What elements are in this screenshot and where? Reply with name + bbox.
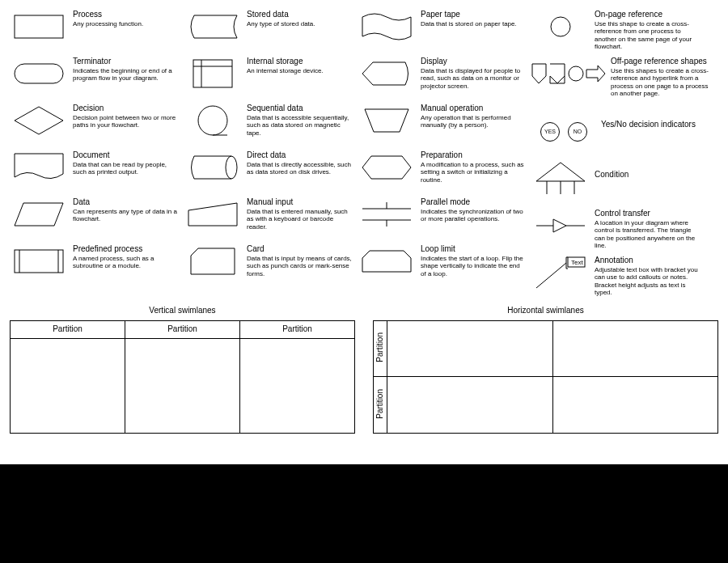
shape-manualin: Manual inputData that is entered manuall… [184,196,358,243]
onpage-icon [531,8,590,45]
shape-predefined: Predefined processA named process, such … [10,243,184,290]
shape-desc: Any type of stored data. [247,20,352,28]
shape-title: Data [73,197,184,207]
shape-title: Internal storage [247,57,358,66]
shape-title: Decision [73,104,184,113]
partition-header: Partition [240,320,355,338]
shape-onpage: On-page referenceUse this shape to creat… [531,8,717,55]
shape-desc: Data that is input by means of cards, su… [247,255,352,278]
annotation-icon: Text [531,254,590,291]
shape-process: ProcessAny processing function. [10,8,184,55]
shape-transfer: Control transferA location in your diagr… [531,207,717,254]
swimlane-title: Vertical swimlanes [10,306,355,315]
shape-direct: Direct dataData that is directly accessi… [184,149,358,196]
shape-desc: Indicates the start of a loop. Flip the … [421,255,526,278]
partition-cell [387,320,552,377]
document-icon [10,149,68,186]
shape-offpage: Off-page reference shapesUse this shapes… [531,55,717,113]
svg-marker-15 [365,109,408,132]
shape-title: Parallel mode [421,197,531,207]
shape-title: On-page reference [595,10,717,19]
shape-loop: Loop limitIndicates the start of a loop.… [358,243,531,290]
terminator-icon [10,55,68,92]
shape-annotation: Text AnnotationAdjustable text box with … [531,254,717,301]
shape-parallel: Parallel modeIndicates the synchronizati… [358,196,531,243]
shape-desc: Indicates the beginning or end of a prog… [73,67,178,83]
svg-marker-14 [191,248,235,274]
vertical-swimlanes: Vertical swimlanes Partition Partition P… [10,306,355,434]
shape-desc: Can represents any type of data in a flo… [73,208,178,223]
sequential-icon [184,102,242,139]
display-icon [358,55,416,92]
shape-desc: Any processing function. [73,20,178,28]
shape-manualop: Manual operationAny operation that is pe… [358,102,531,149]
svg-line-33 [536,263,566,288]
shape-desc: Data that is accessible sequentially, su… [247,114,352,138]
shape-title: Terminator [73,57,184,66]
shape-sequential: Sequential dataData that is accessible s… [184,102,358,149]
shape-desc: An internal storage device. [247,67,352,75]
shape-display: DisplayData that is displayed for people… [358,55,531,102]
card-icon [184,243,242,280]
stored-icon [184,8,242,45]
shape-desc: Any operation that is performed manually… [421,114,526,129]
svg-marker-2 [15,107,63,134]
column-4: On-page referenceUse this shape to creat… [531,8,717,301]
svg-point-10 [198,106,227,135]
svg-marker-26 [536,163,585,181]
shape-desc: Use this shape to create a cross-referen… [595,20,700,51]
shape-document: DocumentData that can be read by people,… [10,149,184,196]
svg-rect-7 [193,60,232,87]
condition-icon [531,160,590,197]
svg-marker-31 [553,219,566,232]
shape-title: Card [247,244,358,254]
horizontal-swimlanes: Horizontal swimlanes Partition Partition [373,306,718,434]
shape-decision: DecisionDecision point between two or mo… [10,102,184,149]
shape-desc: Data that can be read by people, such as… [73,161,178,176]
svg-marker-25 [586,66,605,82]
vertical-swimlane-table: Partition Partition Partition [10,320,355,434]
internal-icon [184,55,242,92]
shape-desc: Decision point between two or more paths… [73,114,178,129]
partition-cell [240,338,355,433]
transfer-icon [531,207,590,244]
shape-desc: Indicates the synchronization of two or … [421,208,526,223]
shape-title: Condition [595,162,717,180]
shape-title: Annotation [595,256,717,265]
shape-desc: Data that is displayed for people to rea… [421,67,526,91]
svg-marker-3 [15,203,63,226]
shape-title: Direct data [247,150,358,160]
shape-desc: Data that is entered manually, such as w… [247,208,352,231]
svg-marker-21 [362,251,411,272]
column-2: Stored dataAny type of stored data. Inte… [184,8,358,301]
shape-prep: PreparationA modification to a process, … [358,149,531,196]
data-icon [10,196,68,233]
shape-desc: Adjustable text box with bracket you can… [595,266,700,297]
shape-title: Stored data [247,10,358,19]
shape-title: Loop limit [421,244,531,254]
shape-title: Process [73,10,184,19]
partition-header: Partition [125,320,240,338]
column-3: Paper tapeData that is stored on paper t… [358,8,531,301]
paper-icon [358,8,416,45]
shape-yesno: YES NO Yes/No decision indicators [531,113,717,160]
shape-terminator: TerminatorIndicates the beginning or end… [10,55,184,102]
shape-title: Manual operation [421,104,531,113]
partition-cell [552,377,717,434]
no-indicator: NO [568,122,587,142]
decision-icon [10,102,68,139]
shape-desc: A modification to a process, such as set… [421,161,526,184]
process-icon [10,8,68,45]
svg-rect-1 [15,64,63,83]
partition-cell [125,338,240,433]
shape-desc: Data that is directly accessible, such a… [247,161,352,176]
shape-title: Paper tape [421,10,531,19]
predefined-icon [10,243,68,280]
shape-title: Yes/No decision indicators [601,115,717,129]
svg-marker-23 [532,64,546,83]
shape-paper: Paper tapeData that is stored on paper t… [358,8,531,55]
shape-title: Display [421,57,531,66]
bottom-black-bar [0,464,728,563]
shape-title: Sequential data [247,104,358,113]
svg-marker-16 [362,156,411,179]
